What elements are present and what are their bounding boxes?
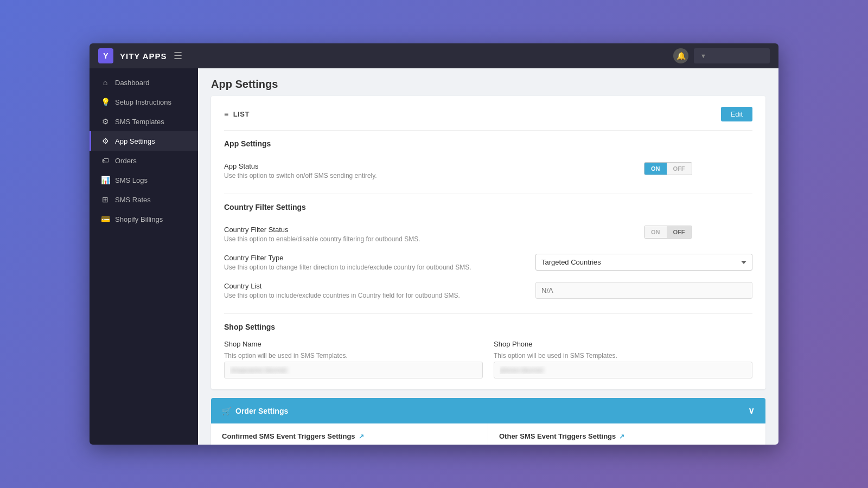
external-link-icon[interactable]: ↗ [359,433,364,440]
sidebar-item-dashboard[interactable]: ⌂ Dashboard [90,73,198,92]
chevron-down-icon[interactable]: ∨ [748,406,755,416]
country-filter-type-select[interactable]: Targeted Countries Excluded Countries [535,254,752,271]
section-divider-2 [224,194,752,194]
toggle-off-active-label[interactable]: OFF [667,226,692,238]
sidebar-item-label: Setup Instructions [115,98,171,106]
app-status-label: App Status [224,162,377,170]
sidebar-item-label: SMS Rates [115,196,151,204]
country-filter-status-field: Country Filter Status Use this option to… [224,220,752,248]
shop-name-label: Shop Name [224,340,483,348]
event-triggers-grid: Confirmed SMS Event Triggers Settings ↗ … [211,423,765,445]
list-card: ≡ LIST Edit App Settings App Status Use … [211,96,765,389]
content-area: App Settings ≡ LIST Edit App Settings [198,68,778,445]
list-label: LIST [233,110,250,118]
list-icon: ≡ [224,110,229,119]
other-triggers-col: Other SMS Event Triggers Settings ↗ Orde… [488,423,765,445]
country-filter-toggle[interactable]: ON OFF [644,226,692,239]
app-status-field: App Status Use this option to switch on/… [224,157,752,185]
order-settings-title-group: 🛒 Order Settings [222,407,288,415]
confirmed-triggers-label: Confirmed SMS Event Triggers Settings [222,432,355,440]
sidebar-item-sms-logs[interactable]: 📊 SMS Logs [90,170,198,190]
country-filter-status-control: ON OFF [644,226,752,239]
section-divider [224,130,752,131]
list-card-header: ≡ LIST Edit [224,107,752,121]
sidebar-item-label: SMS Templates [115,118,164,126]
country-list-label-group: Country List Use this option to include/… [224,282,460,299]
app-title: YITY APPS [120,52,167,61]
country-filter-type-field: Country Filter Type Use this option to c… [224,248,752,277]
sidebar: ⌂ Dashboard 💡 Setup Instructions ⚙ SMS T… [90,68,198,445]
navbar-right: 🔔 ▼ [673,48,770,63]
shop-phone-label: Shop Phone [494,340,752,348]
app-status-toggle[interactable]: ON OFF [644,162,692,175]
edit-button[interactable]: Edit [721,107,752,121]
country-list-desc: Use this option to include/exclude count… [224,292,460,299]
cart-icon: 🛒 [222,407,231,415]
list-title: ≡ LIST [224,110,250,119]
sidebar-item-label: App Settings [115,137,155,145]
shop-name-input[interactable] [224,362,483,378]
country-filter-status-label: Country Filter Status [224,226,420,234]
app-status-desc: Use this option to switch on/off SMS sen… [224,172,377,179]
sidebar-item-setup-instructions[interactable]: 💡 Setup Instructions [90,92,198,112]
country-filter-type-label: Country Filter Type [224,254,471,262]
order-settings-title: Order Settings [235,407,288,415]
country-filter-status-label-group: Country Filter Status Use this option to… [224,226,420,243]
grid-icon: ⊞ [101,195,110,204]
country-filter-section-title: Country Filter Settings [224,203,752,211]
user-dropdown[interactable]: ▼ [694,48,770,63]
lightbulb-icon: 💡 [101,98,110,106]
country-list-input[interactable] [535,282,752,299]
shop-name-field: Shop Name This option will be used in SM… [224,340,483,378]
orders-icon: 🏷 [101,156,110,165]
gear-icon: ⚙ [101,117,110,126]
shop-settings-grid: Shop Name This option will be used in SM… [224,340,752,378]
other-triggers-label: Other SMS Event Triggers Settings [499,432,616,440]
toggle-on-inactive-label[interactable]: ON [644,226,667,238]
country-filter-type-control: Targeted Countries Excluded Countries [535,254,752,271]
hamburger-icon[interactable]: ☰ [174,50,182,62]
sidebar-item-label: SMS Logs [115,176,148,184]
sidebar-item-label: Shopify Billings [115,215,163,223]
toggle-off-label[interactable]: OFF [667,163,692,175]
shop-phone-input[interactable] [494,362,752,378]
sidebar-item-orders[interactable]: 🏷 Orders [90,151,198,170]
section-divider-3 [224,313,752,314]
content-body: ≡ LIST Edit App Settings App Status Use … [198,96,778,445]
shop-settings-section-title: Shop Settings [224,323,752,331]
card-icon: 💳 [101,215,110,223]
shop-phone-field: Shop Phone This option will be used in S… [494,340,752,378]
country-filter-status-desc: Use this option to enable/disable countr… [224,235,420,243]
navbar-left: Y YITY APPS ☰ [98,48,182,63]
bell-icon[interactable]: 🔔 [673,48,688,63]
sidebar-item-sms-templates[interactable]: ⚙ SMS Templates [90,112,198,131]
other-triggers-title: Other SMS Event Triggers Settings ↗ [499,432,755,440]
order-settings-body: Confirmed SMS Event Triggers Settings ↗ … [211,423,765,445]
sidebar-item-shopify-billings[interactable]: 💳 Shopify Billings [90,209,198,229]
shop-name-desc: This option will be used in SMS Template… [224,352,474,359]
country-filter-type-label-group: Country Filter Type Use this option to c… [224,254,471,271]
logo-icon: Y [98,48,113,63]
country-list-label: Country List [224,282,460,290]
country-filter-type-desc: Use this option to change filter directi… [224,264,471,271]
country-list-control [535,282,752,299]
main-layout: ⌂ Dashboard 💡 Setup Instructions ⚙ SMS T… [90,68,778,445]
sidebar-item-app-settings[interactable]: ⚙ App Settings [90,131,198,151]
chart-icon: 📊 [101,176,110,184]
settings-icon: ⚙ [101,137,110,145]
sidebar-item-label: Orders [115,157,137,165]
external-link-icon-2[interactable]: ↗ [619,433,624,440]
order-settings-header[interactable]: 🛒 Order Settings ∨ [211,398,765,423]
app-status-label-group: App Status Use this option to switch on/… [224,162,377,179]
toggle-on-label[interactable]: ON [644,163,667,175]
shop-phone-desc: This option will be used in SMS Template… [494,352,743,359]
confirmed-triggers-title: Confirmed SMS Event Triggers Settings ↗ [222,432,477,440]
sidebar-item-sms-rates[interactable]: ⊞ SMS Rates [90,190,198,209]
page-title: App Settings [198,68,778,96]
app-status-control: ON OFF [644,162,752,175]
order-settings-container: 🛒 Order Settings ∨ Confirmed SMS Event T… [211,398,765,445]
country-list-field: Country List Use this option to include/… [224,277,752,305]
confirmed-triggers-col: Confirmed SMS Event Triggers Settings ↗ … [211,423,488,445]
app-settings-section-title: App Settings [224,139,752,148]
dashboard-icon: ⌂ [101,78,110,87]
